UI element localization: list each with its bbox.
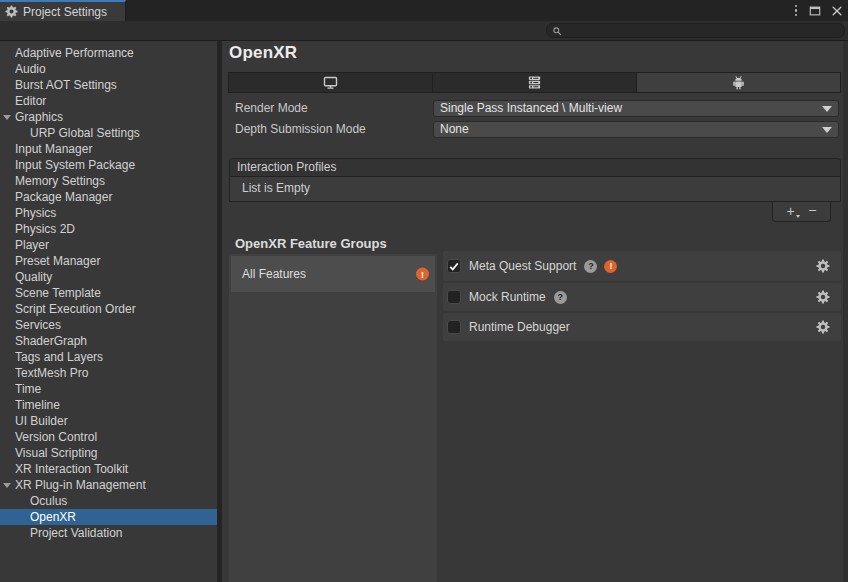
feature-group-all-features[interactable]: All Features! (231, 256, 435, 292)
sidebar-item-label: Input Manager (15, 142, 92, 156)
close-button[interactable] (826, 0, 848, 21)
feature-row-mock-runtime: Mock Runtime? (443, 283, 841, 311)
build-target-tabs (228, 72, 841, 93)
sidebar-item-scene-template[interactable]: Scene Template (0, 285, 217, 301)
sidebar-item-label: XR Interaction Toolkit (15, 462, 128, 476)
depth-submission-mode-label: Depth Submission Mode (235, 121, 366, 138)
sidebar-item-adaptive-performance[interactable]: Adaptive Performance (0, 45, 217, 61)
sidebar-item-label: Player (15, 238, 49, 252)
depth-submission-mode-value: None (440, 122, 469, 136)
sidebar-item-ui-builder[interactable]: UI Builder (0, 413, 217, 429)
chevron-down-icon (822, 106, 832, 112)
sidebar-item-label: Audio (15, 62, 46, 76)
feature-label: Runtime Debugger (469, 320, 570, 334)
sidebar-item-textmesh-pro[interactable]: TextMesh Pro (0, 365, 217, 381)
sidebar-item-urp-global-settings[interactable]: URP Global Settings (0, 125, 217, 141)
sidebar-item-label: Project Validation (30, 526, 123, 540)
sidebar-item-input-system-package[interactable]: Input System Package (0, 157, 217, 173)
sidebar-item-tags-and-layers[interactable]: Tags and Layers (0, 349, 217, 365)
tab-project-settings[interactable]: Project Settings (0, 0, 126, 21)
sidebar-item-label: Time (15, 382, 41, 396)
sidebar-item-xr-interaction-toolkit[interactable]: XR Interaction Toolkit (0, 461, 217, 477)
remove-profile-button[interactable]: − (808, 203, 816, 217)
feature-settings-gear-icon[interactable] (816, 290, 830, 304)
kebab-menu-icon[interactable] (788, 4, 804, 18)
sidebar-item-visual-scripting[interactable]: Visual Scripting (0, 445, 217, 461)
sidebar-item-label: Burst AOT Settings (15, 78, 117, 92)
pane-splitter[interactable] (217, 41, 222, 582)
interaction-profiles-empty: List is Empty (229, 177, 841, 202)
sidebar-item-project-validation[interactable]: Project Validation (0, 525, 217, 541)
warning-icon[interactable]: ! (416, 268, 429, 281)
sidebar-item-label: Quality (15, 270, 52, 284)
sidebar-item-preset-manager[interactable]: Preset Manager (0, 253, 217, 269)
window-controls (788, 0, 848, 21)
platform-tab-server[interactable] (433, 73, 637, 92)
chevron-down-icon (822, 127, 832, 133)
sidebar-item-player[interactable]: Player (0, 237, 217, 253)
sidebar-item-xr-plug-in-management[interactable]: XR Plug-in Management (0, 477, 217, 493)
feature-row-runtime-debugger: Runtime Debugger (443, 313, 841, 341)
sidebar-item-oculus[interactable]: Oculus (0, 493, 217, 509)
search-input[interactable] (566, 25, 826, 37)
warning-icon[interactable]: ! (604, 260, 617, 273)
interaction-profiles-header[interactable]: Interaction Profiles (229, 158, 841, 177)
project-settings-window: Project Settings Adaptive PerformanceAud… (0, 0, 848, 582)
search-field[interactable] (546, 23, 845, 38)
sidebar-item-package-manager[interactable]: Package Manager (0, 189, 217, 205)
maximize-icon (809, 5, 821, 17)
depth-submission-mode-dropdown[interactable]: None (433, 121, 839, 138)
sidebar-item-label: XR Plug-in Management (15, 478, 146, 492)
help-icon[interactable]: ? (584, 260, 597, 273)
feature-settings-gear-icon[interactable] (816, 259, 830, 273)
help-icon[interactable]: ? (554, 291, 567, 304)
foldout-triangle-icon[interactable] (3, 483, 11, 488)
render-mode-label: Render Mode (235, 100, 308, 117)
sidebar-item-script-execution-order[interactable]: Script Execution Order (0, 301, 217, 317)
mock-runtime-checkbox[interactable] (447, 290, 461, 304)
list-footer: + − (772, 202, 831, 222)
sidebar-item-label: Input System Package (15, 158, 135, 172)
sidebar-item-burst-aot-settings[interactable]: Burst AOT Settings (0, 77, 217, 93)
page-title: OpenXR (229, 43, 297, 63)
feature-groups-panel: All Features! (229, 254, 437, 582)
runtime-debugger-checkbox[interactable] (447, 320, 461, 334)
sidebar-item-quality[interactable]: Quality (0, 269, 217, 285)
sidebar-item-physics-2d[interactable]: Physics 2D (0, 221, 217, 237)
maximize-button[interactable] (804, 0, 826, 21)
sidebar-item-label: Adaptive Performance (15, 46, 134, 60)
platform-tab-desktop[interactable] (229, 73, 433, 92)
sidebar-item-timeline[interactable]: Timeline (0, 397, 217, 413)
sidebar-item-label: Scene Template (15, 286, 101, 300)
sidebar-item-audio[interactable]: Audio (0, 61, 217, 77)
sidebar-item-label: ShaderGraph (15, 334, 87, 348)
sidebar-item-openxr[interactable]: OpenXR (0, 509, 217, 525)
sidebar-item-memory-settings[interactable]: Memory Settings (0, 173, 217, 189)
sidebar-item-services[interactable]: Services (0, 317, 217, 333)
scrollbar-gutter (843, 41, 848, 582)
render-mode-dropdown[interactable]: Single Pass Instanced \ Multi-view (433, 100, 839, 117)
meta-quest-support-checkbox[interactable] (447, 259, 461, 273)
add-dropdown-caret-icon (796, 215, 800, 218)
sidebar-item-label: Services (15, 318, 61, 332)
sidebar-item-label: Preset Manager (15, 254, 100, 268)
window-tab-title: Project Settings (23, 5, 107, 19)
sidebar-item-graphics[interactable]: Graphics (0, 109, 217, 125)
feature-settings-gear-icon[interactable] (816, 320, 830, 334)
platform-tab-android[interactable] (637, 73, 840, 92)
sidebar-item-time[interactable]: Time (0, 381, 217, 397)
sidebar-item-input-manager[interactable]: Input Manager (0, 141, 217, 157)
sidebar-item-physics[interactable]: Physics (0, 205, 217, 221)
add-profile-button[interactable]: + (787, 204, 795, 218)
gear-icon (5, 5, 18, 18)
sidebar-item-version-control[interactable]: Version Control (0, 429, 217, 445)
sidebar-item-label: Visual Scripting (15, 446, 98, 460)
foldout-triangle-icon[interactable] (3, 115, 11, 120)
sidebar-item-shadergraph[interactable]: ShaderGraph (0, 333, 217, 349)
feature-label: Mock Runtime (469, 290, 546, 304)
settings-category-list: Adaptive PerformanceAudioBurst AOT Setti… (0, 41, 217, 582)
sidebar-item-label: OpenXR (30, 510, 76, 524)
sidebar-item-editor[interactable]: Editor (0, 93, 217, 109)
sidebar-item-label: Graphics (15, 110, 63, 124)
feature-label: Meta Quest Support (469, 259, 576, 273)
